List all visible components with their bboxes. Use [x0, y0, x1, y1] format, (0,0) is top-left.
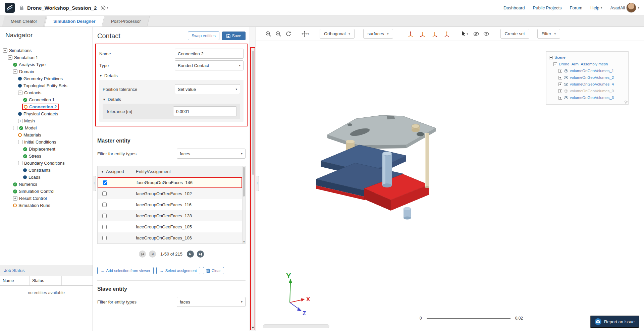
- scene-mesh-label[interactable]: Drone_Arm_Assembly mesh: [559, 62, 608, 66]
- save-button[interactable]: Save: [222, 32, 246, 40]
- tree-item-label[interactable]: Simulation Runs: [18, 203, 50, 208]
- expand-icon[interactable]: [558, 89, 562, 93]
- tree-item-label[interactable]: Connection 1: [29, 97, 55, 102]
- filter-triangle-icon[interactable]: ▼: [101, 170, 104, 173]
- scrollbar-down-arrow[interactable]: [252, 327, 254, 329]
- tree-item-label[interactable]: Boundary Conditions: [24, 161, 65, 166]
- first-page-button[interactable]: ◀: [139, 251, 146, 258]
- project-settings-gear-icon[interactable]: ▾: [101, 5, 108, 10]
- view-orientation-icon-4[interactable]: [443, 30, 451, 38]
- scroll-down-icon[interactable]: ▼: [243, 241, 245, 243]
- app-logo[interactable]: [5, 3, 15, 13]
- tree-item-label[interactable]: Model: [25, 125, 37, 130]
- tree-item[interactable]: Displacement: [0, 146, 93, 153]
- visibility-eye-icon[interactable]: [564, 69, 568, 72]
- top-nav-link[interactable]: Dashboard ▾: [503, 5, 525, 10]
- model-center-cylinder[interactable]: [382, 152, 392, 187]
- scene-volume-label[interactable]: volumeOnGeoVolumes_2: [570, 75, 614, 79]
- collapse-icon[interactable]: [549, 56, 553, 59]
- tree-item-label[interactable]: Contacts: [24, 90, 41, 95]
- tree-item[interactable]: Simulation Runs: [0, 202, 93, 209]
- tree-item[interactable]: Physical Contacts: [0, 110, 93, 117]
- entity-name[interactable]: faceGroupOnGeoFaces_105: [132, 224, 242, 229]
- model-top-plate[interactable]: [327, 115, 436, 149]
- zoom-in-icon[interactable]: [264, 30, 272, 38]
- viewer-horizontal-scrollbar[interactable]: [263, 324, 329, 328]
- expand-icon[interactable]: [558, 69, 562, 73]
- tree-item[interactable]: Result Control: [0, 195, 93, 202]
- panel-scrollbar[interactable]: [250, 27, 256, 331]
- tree-expander-icon[interactable]: [18, 140, 22, 144]
- entity-table-row[interactable]: faceGroupOnGeoFaces_146: [98, 177, 242, 188]
- clear-button[interactable]: Clear: [203, 267, 224, 274]
- workflow-tab[interactable]: Simulation Designer: [44, 16, 105, 26]
- top-nav-link[interactable]: Forum ▾: [570, 5, 583, 10]
- projection-select[interactable]: Orthogonal ▾: [320, 29, 355, 39]
- tree-item-label[interactable]: Connection 2: [29, 104, 57, 109]
- entity-name[interactable]: faceGroupOnGeoFaces_128: [132, 213, 242, 218]
- create-set-button[interactable]: Create set: [500, 29, 529, 39]
- view-orientation-icon-2[interactable]: [419, 30, 427, 38]
- view-orientation-icon-3[interactable]: [431, 30, 439, 38]
- scene-volume-item[interactable]: volumeOnGeoVolumes_2: [549, 74, 626, 81]
- tree-expander-icon[interactable]: [8, 55, 12, 60]
- tree-item[interactable]: Analysis Type: [0, 61, 93, 68]
- tree-item[interactable]: Simulations: [0, 47, 93, 54]
- scrollbar-thumb[interactable]: [252, 51, 254, 175]
- details-toggle[interactable]: ▼ Details: [99, 73, 244, 78]
- entity-name[interactable]: faceGroupOnGeoFaces_106: [132, 235, 242, 240]
- tree-expander-icon[interactable]: [13, 196, 17, 201]
- entity-table-row[interactable]: faceGroupOnGeoFaces_105: [98, 221, 242, 232]
- tree-item-label[interactable]: Result Control: [19, 196, 47, 201]
- tree-item-label[interactable]: Stress: [29, 154, 41, 159]
- tree-item-label[interactable]: Physical Contacts: [23, 111, 58, 116]
- previous-page-button[interactable]: ◀: [149, 251, 156, 258]
- scene-volume-item[interactable]: volumeOnGeoVolumes_1: [549, 67, 626, 74]
- scene-volume-item[interactable]: volumeOnGeoVolumes_4: [549, 81, 626, 88]
- tree-expander-icon[interactable]: [13, 69, 17, 74]
- tree-item[interactable]: Boundary Conditions: [0, 160, 93, 167]
- tree-item[interactable]: Materials: [0, 131, 93, 139]
- 3d-model[interactable]: [302, 101, 470, 235]
- panel-resize-grip-right[interactable]: ⋮: [256, 176, 259, 191]
- tree-item[interactable]: Contacts: [0, 89, 93, 96]
- entity-name[interactable]: faceGroupOnGeoFaces_102: [132, 191, 242, 196]
- workflow-tab[interactable]: Post-Processor: [102, 16, 150, 26]
- tree-item[interactable]: Connection 1: [0, 96, 93, 103]
- entity-table-scrollbar[interactable]: ▼: [242, 166, 245, 243]
- tree-item[interactable]: Geometry Primitives: [0, 75, 93, 82]
- tree-item[interactable]: Domain: [0, 68, 93, 75]
- tree-item[interactable]: Topological Entity Sets: [0, 82, 93, 89]
- scene-volume-label[interactable]: volumeOnGeoVolumes_1: [570, 69, 614, 73]
- scene-root-label[interactable]: Scene: [554, 55, 566, 59]
- tree-expander-icon[interactable]: [13, 126, 17, 130]
- tree-item[interactable]: Stress: [0, 153, 93, 160]
- expand-icon[interactable]: [558, 96, 562, 100]
- tree-item[interactable]: Constraints: [0, 167, 93, 174]
- entity-table-row[interactable]: faceGroupOnGeoFaces_106: [98, 232, 242, 243]
- scene-tree-resize-handle[interactable]: [625, 101, 628, 104]
- tree-expander-icon[interactable]: [18, 119, 22, 123]
- scene-mesh-item[interactable]: Drone_Arm_Assembly mesh: [549, 61, 626, 67]
- scene-root-item[interactable]: Scene: [549, 54, 626, 61]
- add-selection-from-viewer-button[interactable]: ← Add selection from viewer: [97, 267, 154, 274]
- entity-table-row[interactable]: faceGroupOnGeoFaces_128: [98, 210, 242, 221]
- name-input[interactable]: [175, 49, 244, 59]
- tree-item-label[interactable]: Analysis Type: [19, 62, 46, 67]
- entity-checkbox[interactable]: [102, 225, 107, 229]
- entity-table-row[interactable]: faceGroupOnGeoFaces_116: [98, 199, 242, 210]
- tree-item[interactable]: Loads: [0, 174, 93, 181]
- zoom-out-icon[interactable]: [274, 30, 282, 38]
- master-filter-select[interactable]: faces ▾: [177, 149, 246, 159]
- tree-item-label[interactable]: Numerics: [19, 182, 37, 187]
- entity-checkbox[interactable]: [103, 180, 107, 185]
- tree-item-label[interactable]: Materials: [23, 132, 41, 137]
- scene-volume-label[interactable]: volumeOnGeoVolumes_4: [570, 82, 614, 86]
- render-mode-select[interactable]: surfaces ▾: [363, 29, 393, 39]
- model-rod[interactable]: [425, 133, 429, 188]
- entity-name[interactable]: faceGroupOnGeoFaces_146: [133, 180, 241, 185]
- tree-item-label[interactable]: Simulation 1: [14, 55, 38, 60]
- tolerance-input[interactable]: [173, 106, 237, 116]
- workflow-tab[interactable]: Mesh Creator: [2, 16, 46, 26]
- inner-details-toggle[interactable]: ▼ Details: [103, 97, 240, 102]
